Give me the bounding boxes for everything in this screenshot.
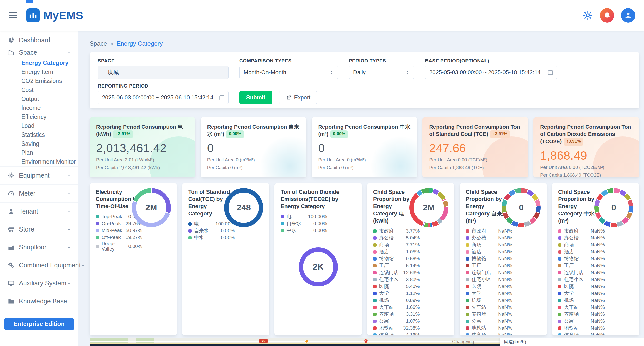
legend-item[interactable]: 医院NaN% [558, 283, 605, 290]
legend-item[interactable]: 连锁门店NaN% [558, 269, 605, 276]
legend-item[interactable]: 连锁门店NaN% [466, 269, 512, 276]
legend-item[interactable]: 酒店1.05% [373, 248, 420, 255]
notifications-button[interactable] [600, 8, 614, 23]
legend-item[interactable]: 体育场NaN% [466, 332, 512, 335]
legend-item[interactable]: 市政府NaN% [558, 228, 605, 235]
legend-item[interactable]: 自来水0.00% [281, 220, 327, 227]
legend-item[interactable]: 市政府3.77% [373, 228, 420, 235]
legend-item[interactable]: 商场NaN% [558, 242, 605, 248]
legend-item[interactable]: 工厂NaN% [558, 262, 605, 269]
sidebar-item-auxiliary-system[interactable]: Auxiliary System [0, 274, 78, 292]
breadcrumb-space-link[interactable]: Space [90, 40, 107, 47]
legend-item[interactable]: 机场NaN% [558, 297, 605, 304]
legend-item[interactable]: 住宅小区NaN% [558, 276, 605, 283]
legend-item[interactable]: 办公楼NaN% [558, 235, 605, 242]
legend-item[interactable]: 商场7.71% [373, 242, 420, 248]
legend-item[interactable]: Off-Peak19.27% [96, 234, 142, 241]
period-types-select[interactable]: Daily [349, 66, 414, 79]
legend-item[interactable]: 火车站1.66% [373, 304, 420, 311]
breadcrumb-energy-category-link[interactable]: Energy Category [116, 40, 163, 47]
donut-chart[interactable]: 248 [224, 188, 263, 227]
legend-item[interactable]: 公寓1.07% [373, 318, 420, 325]
sidebar-item-environment-monitor[interactable]: Environment Monitor [0, 157, 78, 166]
sidebar-item-output[interactable]: Output [0, 94, 78, 103]
legend-item[interactable]: 博物馆0.58% [373, 255, 420, 262]
sidebar-item-space[interactable]: Space [0, 46, 78, 59]
submit-button[interactable]: Submit [239, 91, 272, 104]
space-input[interactable] [98, 66, 229, 79]
sidebar-item-shopfloor[interactable]: Shopfloor [0, 238, 78, 256]
map-marker-dot[interactable] [305, 340, 309, 343]
enterprise-edition-button[interactable]: Enterprise Edition [4, 318, 74, 330]
legend-item[interactable]: 地铁站NaN% [558, 325, 605, 332]
sidebar-item-income[interactable]: Income [0, 103, 78, 112]
legend-item[interactable]: 地铁站NaN% [466, 325, 512, 332]
sidebar-item-meter[interactable]: Meter [0, 184, 78, 202]
legend-item[interactable]: 酒店NaN% [466, 248, 512, 255]
reporting-period-input[interactable] [98, 91, 229, 104]
brand-logo[interactable]: MyEMS [26, 8, 83, 22]
legend-item[interactable]: 公寓NaN% [466, 318, 512, 325]
export-button[interactable]: Export [279, 91, 318, 104]
legend-item[interactable]: 大学NaN% [558, 290, 605, 297]
legend-item[interactable]: 工厂5.14% [373, 262, 420, 269]
legend-item[interactable]: 机场NaN% [466, 297, 512, 304]
legend-item[interactable]: 自来水0.00% [188, 227, 235, 234]
sidebar-item-store[interactable]: Store [0, 220, 78, 238]
legend-item[interactable]: 酒店NaN% [558, 248, 605, 255]
legend-item[interactable]: Mid-Peak50.97% [96, 227, 142, 234]
menu-toggle-button[interactable] [9, 12, 17, 18]
legend-item[interactable]: 地铁站32.38% [373, 325, 420, 332]
donut-chart[interactable]: 0 [594, 188, 633, 227]
donut-chart[interactable]: 2M [132, 188, 171, 227]
sidebar-item-statistics[interactable]: Statistics [0, 130, 78, 139]
legend-item[interactable]: 大学1.12% [373, 290, 420, 297]
sidebar-item-plan[interactable]: Plan [0, 148, 78, 157]
legend-item[interactable]: 中水0.00% [188, 234, 235, 241]
donut-chart[interactable]: 2M [409, 188, 448, 227]
legend-item[interactable]: 火车站NaN% [466, 304, 512, 311]
legend-item[interactable]: 养殖场NaN% [466, 311, 512, 318]
legend-item[interactable]: 养殖场NaN% [558, 311, 605, 318]
legend-item[interactable]: 医院5.40% [373, 283, 420, 290]
legend-item[interactable]: 体育场4.16% [373, 332, 420, 335]
base-period-input[interactable] [425, 66, 557, 79]
map[interactable]: S50 Changying 风速(km/h) [90, 338, 644, 346]
sidebar-item-equipment[interactable]: Equipment [0, 166, 78, 184]
legend-item[interactable]: 住宅小区3.80% [373, 276, 420, 283]
sidebar-item-combined-equipment[interactable]: Combined Equipment [0, 256, 78, 274]
sidebar-item-tenant[interactable]: Tenant [0, 202, 78, 220]
sidebar-item-saving[interactable]: Saving [0, 139, 78, 148]
legend-item[interactable]: 公寓NaN% [558, 318, 605, 325]
legend-item[interactable]: 电100.00% [281, 213, 327, 220]
legend-item[interactable]: 办公楼NaN% [466, 235, 512, 242]
legend-item[interactable]: 大学NaN% [466, 290, 512, 297]
sidebar-item-co2-emissions[interactable]: CO2 Emissions [0, 76, 78, 85]
legend-item[interactable]: 连锁门店12.63% [373, 269, 420, 276]
legend-item[interactable]: 火车站NaN% [558, 304, 605, 311]
sidebar-item-dashboard[interactable]: Dashboard [0, 34, 78, 46]
sidebar-item-efficiency[interactable]: Efficiency [0, 112, 78, 121]
sidebar-item-cost[interactable]: Cost [0, 85, 78, 94]
legend-item[interactable]: 商场NaN% [466, 242, 512, 248]
sidebar-item-knowledge-base[interactable]: Knowledge Base [0, 292, 78, 310]
sidebar-item-energy-item[interactable]: Energy Item [0, 68, 78, 76]
legend-item[interactable]: 办公楼5.04% [373, 235, 420, 242]
comparison-types-select[interactable]: Month-On-Month [239, 66, 338, 79]
donut-chart[interactable]: 0 [502, 188, 541, 227]
settings-gear-icon[interactable] [582, 10, 593, 21]
legend-item[interactable]: 机场0.89% [373, 297, 420, 304]
legend-item[interactable]: 养殖场3.31% [373, 311, 420, 318]
sidebar-item-energy-category[interactable]: Energy Category [0, 59, 78, 68]
sidebar-item-load[interactable]: Load [0, 121, 78, 130]
legend-item[interactable]: 工厂NaN% [466, 262, 512, 269]
legend-item[interactable]: 市政府NaN% [466, 228, 512, 235]
legend-item[interactable]: 体育场NaN% [558, 332, 605, 335]
legend-item[interactable]: 中水0.00% [281, 227, 327, 234]
legend-item[interactable]: 博物馆NaN% [558, 255, 605, 262]
legend-item[interactable]: Deep-Valley0.00% [96, 241, 142, 252]
legend-item[interactable]: 医院NaN% [466, 283, 512, 290]
legend-item[interactable]: 博物馆NaN% [466, 255, 512, 262]
donut-chart[interactable]: 2K [299, 247, 338, 286]
map-pin-icon[interactable] [363, 338, 369, 345]
